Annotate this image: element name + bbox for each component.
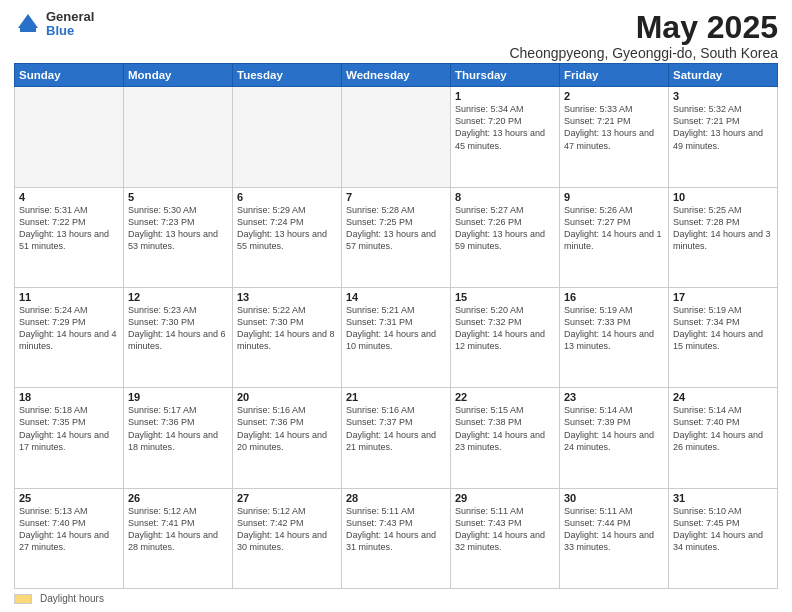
calendar-week-row: 11Sunrise: 5:24 AM Sunset: 7:29 PM Dayli…: [15, 287, 778, 387]
day-number: 13: [237, 291, 337, 303]
day-info: Sunrise: 5:16 AM Sunset: 7:37 PM Dayligh…: [346, 404, 446, 453]
table-row: 20Sunrise: 5:16 AM Sunset: 7:36 PM Dayli…: [233, 388, 342, 488]
table-row: 14Sunrise: 5:21 AM Sunset: 7:31 PM Dayli…: [342, 287, 451, 387]
day-number: 16: [564, 291, 664, 303]
daylight-swatch: [14, 594, 32, 604]
day-number: 24: [673, 391, 773, 403]
table-row: 7Sunrise: 5:28 AM Sunset: 7:25 PM Daylig…: [342, 187, 451, 287]
day-number: 30: [564, 492, 664, 504]
day-info: Sunrise: 5:29 AM Sunset: 7:24 PM Dayligh…: [237, 204, 337, 253]
day-number: 1: [455, 90, 555, 102]
day-info: Sunrise: 5:11 AM Sunset: 7:43 PM Dayligh…: [455, 505, 555, 554]
day-number: 9: [564, 191, 664, 203]
table-row: 4Sunrise: 5:31 AM Sunset: 7:22 PM Daylig…: [15, 187, 124, 287]
day-info: Sunrise: 5:16 AM Sunset: 7:36 PM Dayligh…: [237, 404, 337, 453]
logo-general-text: General: [46, 10, 94, 24]
table-row: 13Sunrise: 5:22 AM Sunset: 7:30 PM Dayli…: [233, 287, 342, 387]
day-number: 11: [19, 291, 119, 303]
day-number: 8: [455, 191, 555, 203]
day-info: Sunrise: 5:20 AM Sunset: 7:32 PM Dayligh…: [455, 304, 555, 353]
day-info: Sunrise: 5:28 AM Sunset: 7:25 PM Dayligh…: [346, 204, 446, 253]
day-number: 28: [346, 492, 446, 504]
logo-blue-text: Blue: [46, 24, 94, 38]
day-number: 19: [128, 391, 228, 403]
logo: General Blue: [14, 10, 94, 39]
table-row: 1Sunrise: 5:34 AM Sunset: 7:20 PM Daylig…: [451, 87, 560, 187]
day-number: 2: [564, 90, 664, 102]
day-number: 18: [19, 391, 119, 403]
table-row: 17Sunrise: 5:19 AM Sunset: 7:34 PM Dayli…: [669, 287, 778, 387]
day-number: 10: [673, 191, 773, 203]
day-info: Sunrise: 5:24 AM Sunset: 7:29 PM Dayligh…: [19, 304, 119, 353]
day-number: 17: [673, 291, 773, 303]
day-info: Sunrise: 5:19 AM Sunset: 7:33 PM Dayligh…: [564, 304, 664, 353]
table-row: 29Sunrise: 5:11 AM Sunset: 7:43 PM Dayli…: [451, 488, 560, 588]
day-info: Sunrise: 5:19 AM Sunset: 7:34 PM Dayligh…: [673, 304, 773, 353]
calendar-week-row: 1Sunrise: 5:34 AM Sunset: 7:20 PM Daylig…: [15, 87, 778, 187]
table-row: 25Sunrise: 5:13 AM Sunset: 7:40 PM Dayli…: [15, 488, 124, 588]
day-info: Sunrise: 5:12 AM Sunset: 7:42 PM Dayligh…: [237, 505, 337, 554]
day-info: Sunrise: 5:15 AM Sunset: 7:38 PM Dayligh…: [455, 404, 555, 453]
table-row: 10Sunrise: 5:25 AM Sunset: 7:28 PM Dayli…: [669, 187, 778, 287]
day-number: 6: [237, 191, 337, 203]
day-number: 12: [128, 291, 228, 303]
table-row: 6Sunrise: 5:29 AM Sunset: 7:24 PM Daylig…: [233, 187, 342, 287]
page: General Blue May 2025 Cheongpyeong, Gyeo…: [0, 0, 792, 612]
day-info: Sunrise: 5:14 AM Sunset: 7:40 PM Dayligh…: [673, 404, 773, 453]
day-number: 27: [237, 492, 337, 504]
location: Cheongpyeong, Gyeonggi-do, South Korea: [509, 45, 778, 61]
col-thursday: Thursday: [451, 64, 560, 87]
day-info: Sunrise: 5:30 AM Sunset: 7:23 PM Dayligh…: [128, 204, 228, 253]
day-info: Sunrise: 5:31 AM Sunset: 7:22 PM Dayligh…: [19, 204, 119, 253]
calendar-week-row: 25Sunrise: 5:13 AM Sunset: 7:40 PM Dayli…: [15, 488, 778, 588]
col-wednesday: Wednesday: [342, 64, 451, 87]
day-number: 4: [19, 191, 119, 203]
table-row: 28Sunrise: 5:11 AM Sunset: 7:43 PM Dayli…: [342, 488, 451, 588]
table-row: 18Sunrise: 5:18 AM Sunset: 7:35 PM Dayli…: [15, 388, 124, 488]
table-row: 24Sunrise: 5:14 AM Sunset: 7:40 PM Dayli…: [669, 388, 778, 488]
footer: Daylight hours: [14, 593, 778, 604]
day-number: 25: [19, 492, 119, 504]
day-info: Sunrise: 5:23 AM Sunset: 7:30 PM Dayligh…: [128, 304, 228, 353]
day-info: Sunrise: 5:12 AM Sunset: 7:41 PM Dayligh…: [128, 505, 228, 554]
day-info: Sunrise: 5:17 AM Sunset: 7:36 PM Dayligh…: [128, 404, 228, 453]
table-row: 23Sunrise: 5:14 AM Sunset: 7:39 PM Dayli…: [560, 388, 669, 488]
table-row: [233, 87, 342, 187]
col-sunday: Sunday: [15, 64, 124, 87]
svg-marker-0: [18, 14, 38, 28]
calendar-header-row: Sunday Monday Tuesday Wednesday Thursday…: [15, 64, 778, 87]
day-info: Sunrise: 5:26 AM Sunset: 7:27 PM Dayligh…: [564, 204, 664, 253]
col-monday: Monday: [124, 64, 233, 87]
table-row: 22Sunrise: 5:15 AM Sunset: 7:38 PM Dayli…: [451, 388, 560, 488]
day-number: 26: [128, 492, 228, 504]
table-row: 21Sunrise: 5:16 AM Sunset: 7:37 PM Dayli…: [342, 388, 451, 488]
day-info: Sunrise: 5:10 AM Sunset: 7:45 PM Dayligh…: [673, 505, 773, 554]
day-info: Sunrise: 5:22 AM Sunset: 7:30 PM Dayligh…: [237, 304, 337, 353]
day-info: Sunrise: 5:11 AM Sunset: 7:44 PM Dayligh…: [564, 505, 664, 554]
table-row: [15, 87, 124, 187]
day-number: 5: [128, 191, 228, 203]
day-number: 31: [673, 492, 773, 504]
day-number: 14: [346, 291, 446, 303]
day-info: Sunrise: 5:25 AM Sunset: 7:28 PM Dayligh…: [673, 204, 773, 253]
day-info: Sunrise: 5:27 AM Sunset: 7:26 PM Dayligh…: [455, 204, 555, 253]
header: General Blue May 2025 Cheongpyeong, Gyeo…: [14, 10, 778, 61]
day-info: Sunrise: 5:32 AM Sunset: 7:21 PM Dayligh…: [673, 103, 773, 152]
day-number: 7: [346, 191, 446, 203]
day-info: Sunrise: 5:21 AM Sunset: 7:31 PM Dayligh…: [346, 304, 446, 353]
day-number: 23: [564, 391, 664, 403]
day-number: 22: [455, 391, 555, 403]
table-row: 5Sunrise: 5:30 AM Sunset: 7:23 PM Daylig…: [124, 187, 233, 287]
day-number: 21: [346, 391, 446, 403]
table-row: 12Sunrise: 5:23 AM Sunset: 7:30 PM Dayli…: [124, 287, 233, 387]
day-info: Sunrise: 5:34 AM Sunset: 7:20 PM Dayligh…: [455, 103, 555, 152]
month-title: May 2025: [509, 10, 778, 45]
table-row: [342, 87, 451, 187]
day-info: Sunrise: 5:18 AM Sunset: 7:35 PM Dayligh…: [19, 404, 119, 453]
col-tuesday: Tuesday: [233, 64, 342, 87]
day-info: Sunrise: 5:14 AM Sunset: 7:39 PM Dayligh…: [564, 404, 664, 453]
calendar-week-row: 18Sunrise: 5:18 AM Sunset: 7:35 PM Dayli…: [15, 388, 778, 488]
calendar-week-row: 4Sunrise: 5:31 AM Sunset: 7:22 PM Daylig…: [15, 187, 778, 287]
footer-label: Daylight hours: [40, 593, 104, 604]
table-row: 31Sunrise: 5:10 AM Sunset: 7:45 PM Dayli…: [669, 488, 778, 588]
